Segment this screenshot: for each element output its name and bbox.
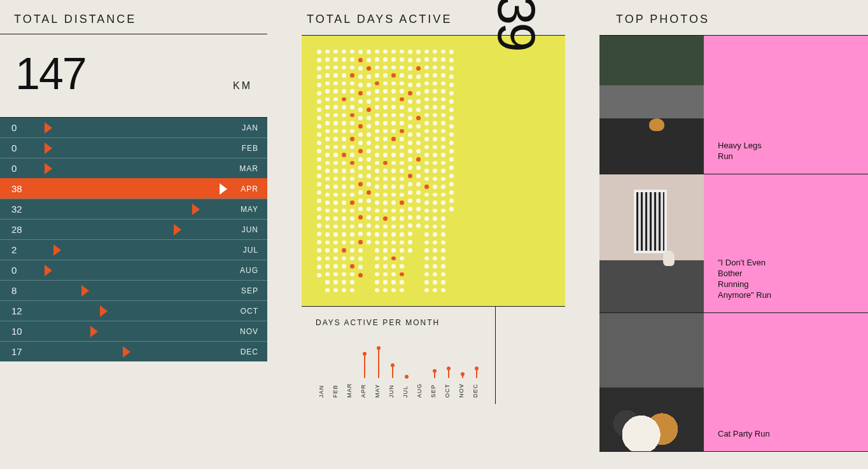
calendar-dot [358,240,363,244]
calendar-dot [391,232,396,236]
calendar-dot [383,161,388,165]
calendar-dot [333,280,338,284]
calendar-dot [408,124,412,129]
calendar-dot [342,105,346,109]
calendar-dot [408,199,412,203]
calendar-dot [367,165,371,170]
calendar-dot [375,153,379,157]
photo-thumbnail[interactable] [599,36,704,174]
calendar-dot [342,129,346,133]
calendar-dot [325,57,330,61]
calendar-dot [325,161,330,165]
calendar-dot [375,89,379,93]
play-icon [45,265,52,276]
calendar-dot [391,57,396,61]
distance-bar-dec: 17DEC [0,341,267,361]
calendar-dot [449,207,454,211]
days-active-value: 39 [486,0,547,50]
calendar-dot [375,105,379,109]
calendar-dot [375,113,379,117]
bar-value: 2 [11,244,17,255]
calendar-dot [400,153,404,157]
calendar-dot [375,73,379,77]
calendar-dot [375,137,379,141]
calendar-dot [424,248,429,252]
calendar-dot [449,182,454,186]
calendar-dot [449,132,454,137]
calendar-dot [383,145,388,149]
calendar-dot [375,169,379,172]
calendar-dot [367,99,371,104]
calendar-dot [342,200,346,204]
calendar-dot [449,124,454,129]
calendar-dot [449,83,454,87]
calendar-dot [325,121,330,125]
calendar-dot [408,240,412,244]
photo-thumbnail[interactable] [599,174,704,312]
calendar-dot [391,209,396,213]
calendar-dot [325,137,330,141]
calendar-dot [350,288,354,292]
calendar-dot [325,209,330,213]
calendar-dot [400,57,404,61]
calendar-dot [342,50,346,53]
calendar-dot [424,153,429,157]
calendar-dot [367,74,371,79]
calendar-dot [424,137,429,141]
calendar-dot [391,73,396,77]
calendar-dot [317,83,321,87]
calendar-dot [424,73,429,77]
calendar-dot [416,91,421,95]
calendar-dot [441,121,445,125]
calendar-dot [325,169,330,172]
calendar-dot [433,73,437,77]
calendar-dot [358,108,363,112]
photo-thumbnail[interactable] [599,313,704,451]
calendar-dot [358,132,363,137]
calendar-dot [325,216,330,220]
calendar-dot [342,89,346,93]
calendar-dot [350,185,354,188]
panel-total-distance: TOTAL DISTANCE 147 KM 0JAN0FEB0MAR38APR3… [0,0,267,469]
calendar-dot [424,280,429,284]
calendar-dot [342,185,346,188]
calendar-dot [400,288,404,292]
calendar-dot [367,108,371,112]
calendar-dot [416,74,421,79]
calendar-dot [350,89,354,93]
calendar-dot [400,121,404,125]
calendar-dot [333,256,338,260]
distance-bar-sep: 8SEP [0,280,267,300]
calendar-dot [358,149,363,153]
calendar-dot [358,248,363,253]
calendar-dot [424,89,429,93]
calendar-dot [367,91,371,95]
calendar-dot [342,280,346,284]
calendar-dot [400,193,404,197]
calendar-dot [400,50,404,53]
calendar-dot [424,113,429,117]
calendar-dot [317,215,321,220]
calendar-dot [333,185,338,188]
photo-row: Heavy LegsRun [599,36,868,174]
calendar-dot [408,232,412,236]
calendar-dot [375,241,379,244]
calendar-dot [358,116,363,120]
calendar-dot [441,241,445,244]
calendar-dot [424,177,429,181]
calendar-dot [342,145,346,149]
calendar-dot [350,200,354,204]
calendar-dot [358,223,363,228]
calendar-dot [408,91,412,95]
total-distance-readout: 147 KM [0,34,267,117]
calendar-dot [391,97,396,101]
calendar-dot [400,113,404,117]
calendar-dot [424,97,429,101]
lolli-jul [402,373,411,378]
calendar-dot [317,66,321,71]
distance-bar-jun: 28JUN [0,219,267,239]
calendar-dot [400,185,404,188]
lolli-dec [472,365,481,378]
calendar-dot [433,280,437,284]
calendar-dot [416,141,421,145]
